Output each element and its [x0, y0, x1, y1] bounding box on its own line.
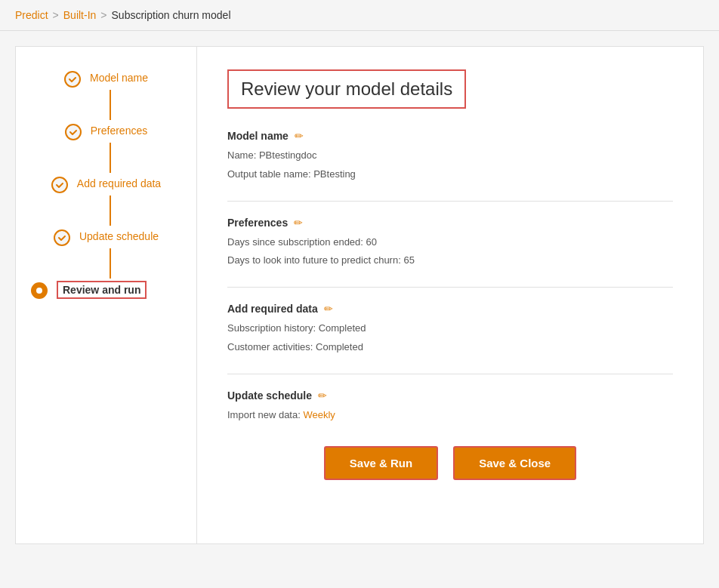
- step-add-required-data-wrapper: Add required data: [31, 175, 181, 228]
- step-preferences-wrapper: Preferences: [31, 122, 181, 175]
- model-name-label-0: Name:: [227, 149, 256, 161]
- step-label-model-name: Model name: [90, 69, 148, 84]
- step-icon-add-required-data: [51, 177, 68, 193]
- edit-icon-add-required-data[interactable]: ✏: [324, 303, 333, 315]
- button-row: Save & Run Save & Close: [227, 446, 673, 495]
- step-line-2: [110, 143, 111, 173]
- section-add-required-data: Add required data ✏ Subscription history…: [227, 303, 673, 356]
- preferences-value-1: 65: [403, 254, 414, 266]
- update-schedule-label-0: Import new data:: [227, 409, 301, 420]
- step-line-1: [110, 90, 111, 120]
- step-line-3: [110, 195, 111, 226]
- step-label-add-required-data: Add required data: [77, 175, 161, 189]
- divider-1: [227, 201, 673, 202]
- model-name-row-1: Output table name: PBtesting: [227, 167, 673, 183]
- edit-icon-preferences[interactable]: ✏: [294, 217, 303, 229]
- model-name-value-0: PBtestingdoc: [259, 149, 317, 161]
- edit-icon-update-schedule[interactable]: ✏: [318, 389, 327, 402]
- preferences-label-1: Days to look into future to predict chur…: [227, 254, 401, 266]
- preferences-row-0: Days since subscription ended: 60: [227, 235, 673, 251]
- add-required-data-row-0: Subscription history: Completed: [227, 321, 673, 337]
- edit-icon-model-name[interactable]: ✏: [295, 130, 304, 142]
- divider-3: [227, 374, 673, 374]
- section-title-update-schedule: Update schedule: [227, 389, 312, 402]
- section-header-add-required-data: Add required data ✏: [227, 303, 673, 315]
- breadcrumb-predict[interactable]: Predict: [15, 9, 48, 21]
- section-title-preferences: Preferences: [227, 217, 288, 229]
- step-label-preferences: Preferences: [91, 122, 147, 137]
- breadcrumb-sep-1: >: [53, 9, 59, 21]
- step-preferences[interactable]: Preferences: [65, 122, 147, 140]
- step-icon-preferences: [65, 124, 82, 140]
- divider-2: [227, 287, 673, 288]
- breadcrumb-builtin[interactable]: Built-In: [63, 9, 97, 21]
- model-name-label-1: Output table name:: [227, 168, 311, 180]
- step-icon-model-name: [64, 71, 81, 88]
- main-content: Model name Preferences: [15, 46, 704, 544]
- panel-title: Review your model details: [227, 69, 466, 109]
- breadcrumb-sep-2: >: [100, 9, 106, 21]
- add-required-data-label-0: Subscription history:: [227, 322, 319, 334]
- update-schedule-value-0: Weekly: [303, 409, 335, 420]
- section-header-model-name: Model name ✏: [227, 130, 673, 142]
- step-icon-review-and-run: [31, 282, 48, 299]
- step-update-schedule[interactable]: Update schedule: [54, 228, 159, 246]
- section-update-schedule: Update schedule ✏ Import new data: Weekl…: [227, 389, 673, 423]
- section-header-update-schedule: Update schedule ✏: [227, 389, 673, 402]
- section-model-name: Model name ✏ Name: PBtestingdoc Output t…: [227, 130, 673, 183]
- step-line-4: [110, 248, 111, 279]
- step-add-required-data[interactable]: Add required data: [51, 175, 161, 193]
- model-name-value-1: PBtesting: [313, 168, 356, 180]
- add-required-data-value-1: Completed: [316, 341, 363, 352]
- step-icon-update-schedule: [54, 229, 70, 246]
- save-run-button[interactable]: Save & Run: [324, 446, 438, 480]
- step-model-name-wrapper: Model name: [31, 69, 181, 122]
- step-update-schedule-wrapper: Update schedule: [31, 228, 181, 281]
- step-label-update-schedule: Update schedule: [79, 228, 159, 242]
- preferences-label-0: Days since subscription ended:: [227, 236, 363, 248]
- review-panel: Review your model details Model name ✏ N…: [197, 47, 703, 543]
- update-schedule-row-0: Import new data: Weekly: [227, 408, 673, 423]
- preferences-value-0: 60: [366, 236, 377, 248]
- breadcrumb: Predict > Built-In > Subscription churn …: [0, 0, 719, 31]
- add-required-data-label-1: Customer activities:: [227, 341, 316, 352]
- add-required-data-row-1: Customer activities: Completed: [227, 340, 673, 356]
- section-preferences: Preferences ✏ Days since subscription en…: [227, 217, 673, 269]
- add-required-data-value-0: Completed: [319, 322, 366, 334]
- breadcrumb-current: Subscription churn model: [112, 9, 231, 21]
- save-close-button[interactable]: Save & Close: [453, 446, 576, 480]
- section-title-model-name: Model name: [227, 130, 289, 142]
- section-header-preferences: Preferences ✏: [227, 217, 673, 229]
- section-title-add-required-data: Add required data: [227, 303, 318, 315]
- preferences-row-1: Days to look into future to predict chur…: [227, 253, 673, 269]
- step-model-name[interactable]: Model name: [64, 69, 148, 88]
- step-review-and-run[interactable]: Review and run: [31, 281, 181, 299]
- sidebar: Model name Preferences: [16, 47, 197, 543]
- step-label-review-and-run: Review and run: [63, 282, 140, 296]
- model-name-row-0: Name: PBtestingdoc: [227, 148, 673, 164]
